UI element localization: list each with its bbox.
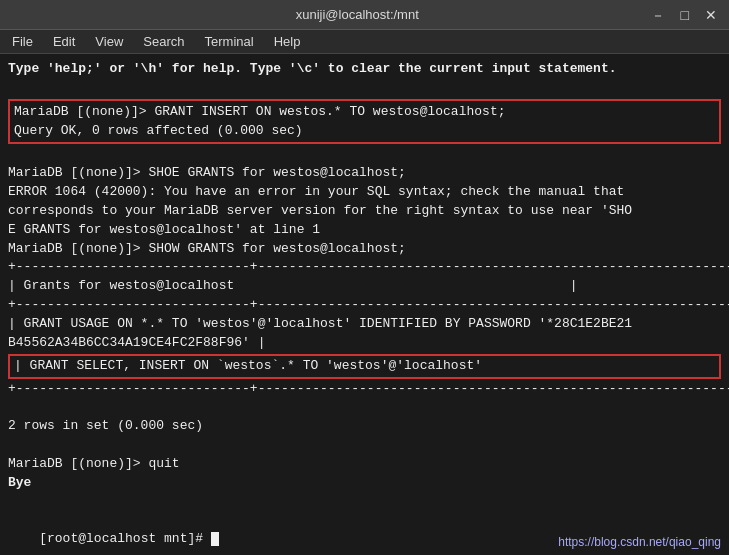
rows-info: 2 rows in set (0.000 sec): [8, 417, 721, 436]
highlight-block-1: MariaDB [(none)]> GRANT INSERT ON westos…: [8, 99, 721, 145]
error-line2: corresponds to your MariaDB server versi…: [8, 202, 721, 221]
window-controls[interactable]: － □ ✕: [647, 8, 721, 22]
spacer-3: [8, 398, 721, 417]
minimize-button[interactable]: －: [647, 8, 669, 22]
menu-view[interactable]: View: [87, 32, 131, 51]
menubar: File Edit View Search Terminal Help: [0, 30, 729, 54]
terminal: Type 'help;' or '\h' for help. Type '\c'…: [0, 54, 729, 555]
quit-line: MariaDB [(none)]> quit: [8, 455, 721, 474]
table-bottom: +------------------------------+--------…: [8, 380, 721, 399]
spacer-5: [8, 493, 721, 512]
table-row-1b: B45562A34B6CC34A19CE4FC2F88F96' |: [8, 334, 721, 353]
table-cursor-row: +------------------------------+--------…: [8, 296, 721, 315]
menu-edit[interactable]: Edit: [45, 32, 83, 51]
maximize-button[interactable]: □: [677, 8, 693, 22]
close-button[interactable]: ✕: [701, 8, 721, 22]
spacer-2: [8, 145, 721, 164]
table-cursor-text: +------------------------------+--------…: [8, 296, 729, 315]
menu-file[interactable]: File: [4, 32, 41, 51]
menu-search[interactable]: Search: [135, 32, 192, 51]
bye-line: Bye: [8, 474, 721, 493]
table-top: +------------------------------+--------…: [8, 258, 721, 277]
window-title: xuniji@localhost:/mnt: [68, 7, 647, 22]
help-line: Type 'help;' or '\h' for help. Type '\c'…: [8, 60, 721, 79]
cursor: [211, 532, 219, 546]
grant-select-line: | GRANT SELECT, INSERT ON `westos`.* TO …: [14, 357, 715, 376]
menu-help[interactable]: Help: [266, 32, 309, 51]
spacer-1: [8, 79, 721, 98]
highlight-block-2: | GRANT SELECT, INSERT ON `westos`.* TO …: [8, 354, 721, 379]
spacer-4: [8, 436, 721, 455]
table-row-1: | GRANT USAGE ON *.* TO 'westos'@'localh…: [8, 315, 721, 334]
titlebar: xuniji@localhost:/mnt － □ ✕: [0, 0, 729, 30]
bottom-link: https://blog.csdn.net/qiao_qing: [558, 535, 721, 549]
show-line: MariaDB [(none)]> SHOW GRANTS for westos…: [8, 240, 721, 259]
error-line1: ERROR 1064 (42000): You have an error in…: [8, 183, 721, 202]
prompt-text: [root@localhost mnt]#: [39, 531, 211, 546]
table-header-row: | Grants for westos@localhost |: [8, 277, 721, 296]
menu-terminal[interactable]: Terminal: [197, 32, 262, 51]
error-line3: E GRANTS for westos@localhost' at line 1: [8, 221, 721, 240]
grant-line: MariaDB [(none)]> GRANT INSERT ON westos…: [14, 103, 715, 122]
shoe-line: MariaDB [(none)]> SHOE GRANTS for westos…: [8, 164, 721, 183]
query-ok-line: Query OK, 0 rows affected (0.000 sec): [14, 122, 715, 141]
